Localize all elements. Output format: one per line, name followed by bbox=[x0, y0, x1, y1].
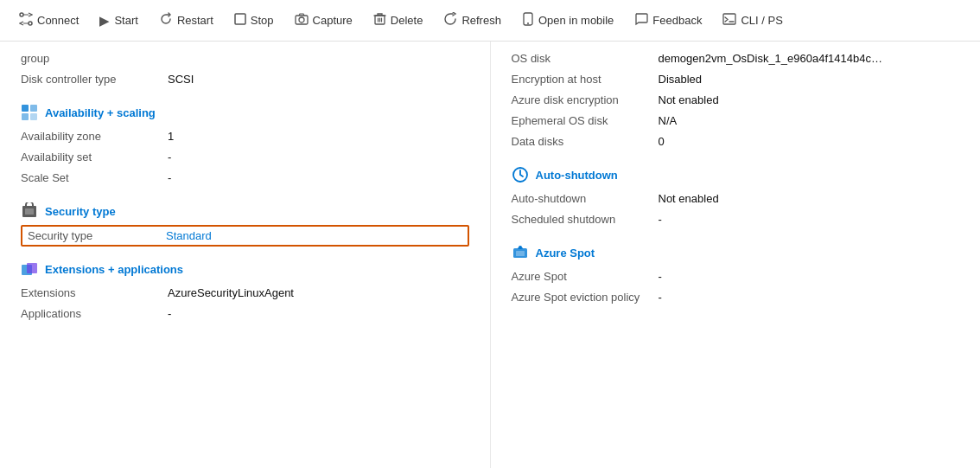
connect-icon bbox=[19, 12, 33, 29]
connect-button[interactable]: Connect bbox=[10, 7, 87, 34]
applications-value: - bbox=[168, 307, 469, 320]
azure-spot-section-header: Azure Spot bbox=[512, 244, 960, 261]
disk-controller-row: Disk controller type SCSI bbox=[21, 69, 469, 90]
auto-shutdown-label: Auto-shutdown bbox=[512, 192, 659, 205]
ephemeral-os-disk-label: Ephemeral OS disk bbox=[512, 114, 659, 127]
azure-spot-icon bbox=[512, 244, 529, 261]
ephemeral-os-disk-row: Ephemeral OS disk N/A bbox=[512, 111, 960, 131]
start-icon: ▶ bbox=[99, 13, 110, 29]
stop-icon bbox=[234, 13, 246, 28]
scheduled-shutdown-value: - bbox=[659, 213, 960, 226]
encryption-at-host-row: Encryption at host Disabled bbox=[512, 69, 960, 90]
data-disks-row: Data disks 0 bbox=[512, 131, 960, 152]
extensions-label: Extensions bbox=[21, 286, 168, 299]
availability-zone-value: 1 bbox=[168, 130, 469, 143]
group-label: group bbox=[21, 52, 168, 65]
disk-controller-value: SCSI bbox=[168, 73, 469, 86]
refresh-icon bbox=[443, 12, 457, 29]
security-type-highlighted-row[interactable]: Security type Standard bbox=[21, 225, 469, 247]
restart-icon bbox=[159, 12, 173, 29]
open-in-mobile-icon bbox=[522, 12, 534, 29]
content-area: group Disk controller type SCSI Availabi… bbox=[0, 42, 980, 468]
scale-set-row: Scale Set - bbox=[21, 168, 469, 189]
extensions-row: Extensions AzureSecurityLinuxAgent bbox=[21, 283, 469, 304]
restart-label: Restart bbox=[177, 14, 213, 27]
extensions-section-header: Extensions + applications bbox=[21, 260, 469, 278]
capture-label: Capture bbox=[313, 14, 353, 27]
svg-rect-12 bbox=[30, 113, 37, 120]
availability-section-title: Availability + scaling bbox=[45, 106, 156, 119]
scheduled-shutdown-label: Scheduled shutdown bbox=[512, 213, 659, 226]
svg-point-7 bbox=[527, 22, 529, 24]
svg-rect-19 bbox=[516, 251, 525, 256]
svg-rect-8 bbox=[723, 14, 735, 24]
delete-button[interactable]: Delete bbox=[365, 7, 432, 34]
stop-button[interactable]: Stop bbox=[226, 8, 283, 33]
connect-label: Connect bbox=[37, 14, 79, 27]
azure-disk-encryption-row: Azure disk encryption Not enabled bbox=[512, 90, 960, 111]
capture-button[interactable]: Capture bbox=[286, 7, 361, 34]
data-disks-label: Data disks bbox=[512, 135, 659, 148]
refresh-label: Refresh bbox=[461, 14, 501, 27]
svg-rect-16 bbox=[27, 263, 37, 273]
azure-spot-value: - bbox=[659, 270, 960, 283]
auto-shutdown-value: Not enabled bbox=[659, 192, 960, 205]
scale-set-label: Scale Set bbox=[21, 171, 168, 184]
svg-rect-2 bbox=[235, 14, 245, 24]
feedback-icon bbox=[634, 12, 648, 29]
svg-rect-9 bbox=[22, 105, 29, 112]
security-type-value[interactable]: Standard bbox=[166, 229, 212, 242]
delete-icon bbox=[373, 12, 386, 29]
left-panel: group Disk controller type SCSI Availabi… bbox=[0, 42, 490, 468]
group-row: group bbox=[21, 48, 469, 69]
start-label: Start bbox=[114, 14, 137, 27]
security-icon bbox=[21, 202, 38, 220]
stop-label: Stop bbox=[251, 14, 274, 27]
open-in-mobile-button[interactable]: Open in mobile bbox=[513, 7, 622, 34]
start-button[interactable]: ▶ Start bbox=[91, 8, 146, 34]
cli-ps-button[interactable]: CLI / PS bbox=[714, 8, 791, 33]
availability-icon bbox=[21, 104, 38, 121]
security-section-title: Security type bbox=[45, 205, 116, 218]
svg-rect-10 bbox=[30, 105, 37, 112]
restart-button[interactable]: Restart bbox=[150, 7, 222, 34]
azure-spot-label: Azure Spot bbox=[512, 270, 659, 283]
cli-ps-icon bbox=[722, 13, 736, 28]
data-disks-value: 0 bbox=[659, 135, 960, 148]
os-disk-value[interactable]: demogen2vm_OsDisk_1_e960a4f1414b4c968103… bbox=[659, 52, 883, 65]
scale-set-value: - bbox=[168, 171, 469, 184]
security-type-label: Security type bbox=[28, 229, 166, 242]
autoshutdown-section-title: Auto-shutdown bbox=[536, 169, 618, 182]
security-section-header: Security type bbox=[21, 202, 469, 220]
encryption-at-host-label: Encryption at host bbox=[512, 73, 659, 86]
auto-shutdown-row: Auto-shutdown Not enabled bbox=[512, 189, 960, 209]
feedback-button[interactable]: Feedback bbox=[626, 7, 710, 34]
autoshutdown-icon bbox=[512, 166, 529, 183]
os-disk-row: OS disk demogen2vm_OsDisk_1_e960a4f1414b… bbox=[512, 48, 960, 69]
svg-point-1 bbox=[29, 22, 32, 25]
availability-zone-label: Availability zone bbox=[21, 130, 168, 143]
applications-row: Applications - bbox=[21, 304, 469, 324]
svg-rect-11 bbox=[22, 113, 29, 120]
refresh-button[interactable]: Refresh bbox=[435, 7, 510, 34]
svg-rect-14 bbox=[25, 208, 34, 215]
right-panel: OS disk demogen2vm_OsDisk_1_e960a4f1414b… bbox=[490, 42, 981, 468]
azure-spot-eviction-value: - bbox=[659, 291, 960, 304]
azure-spot-row: Azure Spot - bbox=[512, 266, 960, 287]
extensions-section-title: Extensions + applications bbox=[45, 263, 183, 276]
extensions-icon bbox=[21, 260, 38, 278]
cli-ps-label: CLI / PS bbox=[741, 14, 782, 27]
availability-set-value: - bbox=[168, 151, 469, 163]
applications-label: Applications bbox=[21, 307, 168, 320]
open-in-mobile-label: Open in mobile bbox=[538, 14, 614, 27]
toolbar: Connect ▶ Start Restart Stop Captur bbox=[0, 0, 980, 42]
availability-zone-row: Availability zone 1 bbox=[21, 126, 469, 147]
azure-spot-section-title: Azure Spot bbox=[536, 247, 595, 260]
azure-disk-encryption-label: Azure disk encryption bbox=[512, 93, 659, 106]
availability-set-row: Availability set - bbox=[21, 147, 469, 168]
disk-controller-label: Disk controller type bbox=[21, 73, 168, 86]
autoshutdown-section-header: Auto-shutdown bbox=[512, 166, 960, 183]
azure-spot-eviction-row: Azure Spot eviction policy - bbox=[512, 287, 960, 308]
extensions-value: AzureSecurityLinuxAgent bbox=[168, 286, 469, 299]
feedback-label: Feedback bbox=[652, 14, 702, 27]
